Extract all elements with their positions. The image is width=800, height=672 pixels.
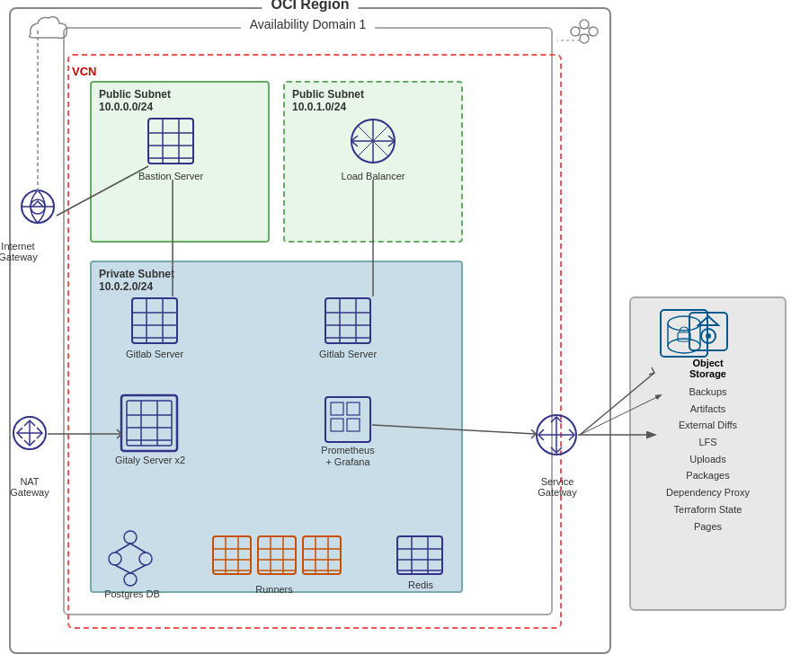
public-subnet-1: Public Subnet 10.0.0.0/24: [90, 81, 270, 243]
availability-domain-title: Availability Domain 1: [241, 17, 376, 31]
private-subnet: Private Subnet 10.0.2.0/24: [90, 261, 463, 593]
object-storage-box: ObjectStorage Backups Artifacts External…: [629, 296, 787, 611]
object-storage-icon: [684, 307, 733, 356]
vcn-label: VCN: [72, 65, 96, 78]
public-subnet-2: Public Subnet 10.0.1.0/24: [283, 81, 463, 243]
object-storage-label: ObjectStorage: [689, 358, 726, 379]
object-storage-items: Backups Artifacts External Diffs LFS Upl…: [666, 384, 750, 535]
svg-marker-1: [698, 316, 718, 325]
svg-point-3: [706, 333, 711, 339]
object-storage-content: ObjectStorage Backups Artifacts External…: [631, 298, 785, 535]
public-subnet-1-title: Public Subnet 10.0.0.0/24: [99, 88, 171, 113]
public-subnet-2-title: Public Subnet 10.0.1.0/24: [292, 88, 364, 113]
private-subnet-title: Private Subnet 10.0.2.0/24: [99, 268, 174, 293]
diagram-container: OCI Region Availability Domain 1 VCN Pub…: [0, 0, 800, 672]
oci-region-title: OCI Region: [262, 0, 358, 13]
svg-rect-0: [689, 313, 727, 350]
